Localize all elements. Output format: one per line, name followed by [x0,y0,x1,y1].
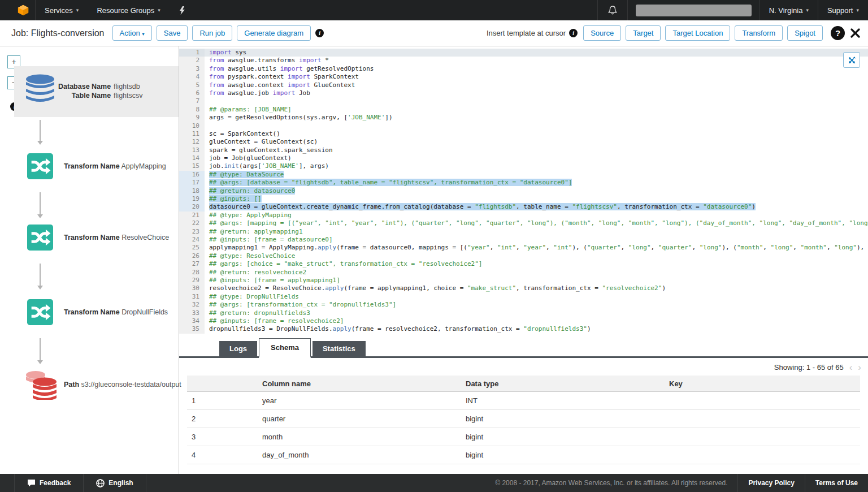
code-line[interactable]: 8## @params: [JOB_NAME] [179,106,868,114]
code-line[interactable]: 21## @type: ApplyMapping [179,212,868,219]
privacy-policy-link[interactable]: Privacy Policy [737,474,804,492]
tab-bar: Logs Schema Statistics [179,338,868,358]
nav-services[interactable]: Services▾ [36,0,88,20]
code-line[interactable]: 33## @return: dropnullfields3 [179,309,868,317]
tab-logs[interactable]: Logs [219,341,257,356]
page-next-icon[interactable]: › [858,362,861,372]
flow-arrow [40,120,41,144]
code-line[interactable]: 29## @inputs: [frame = applymapping1] [179,277,868,284]
code-line[interactable]: 17## @args: [database = "flightsdb", tab… [179,179,868,187]
code-line[interactable]: 32## @args: [transformation_ctx = "dropn… [179,301,868,309]
code-line[interactable]: 15job.init(args['JOB_NAME'], args) [179,162,868,170]
notifications-bell-icon[interactable] [597,0,628,20]
footer: Feedback English © 2008 - 2017, Amazon W… [0,474,868,492]
code-line[interactable]: 6from awsglue.job import Job [179,89,868,97]
job-header: Job: Flights-conversion Action ▾ Save Ru… [0,20,868,46]
table-row[interactable]: 1yearINT [187,392,860,410]
target-node-label: Path s3://glueconsole-testdata/output [64,381,181,389]
insert-source-button[interactable]: Source [583,25,621,41]
nav-resource-groups[interactable]: Resource Groups▾ [88,0,169,20]
code-line[interactable]: 20datasource0 = glueContext.create_dynam… [179,203,868,211]
code-line[interactable]: 9args = getResolvedOptions(sys.argv, ['J… [179,114,868,122]
pin-shortcut-icon[interactable] [170,0,195,20]
transform-shuffle-icon[interactable] [27,299,53,327]
database-icon [25,74,55,109]
code-line[interactable]: 7 [179,97,868,105]
table-row[interactable]: 4day_of_monthbigint [187,446,860,464]
code-line[interactable]: 14job = Job(glueContext) [179,154,868,162]
copyright-text: © 2008 - 2017, Amazon Web Services, Inc.… [485,479,737,487]
s3-bucket-icon[interactable] [25,370,57,402]
code-lines: 1import sys2from awsglue.transforms impo… [179,49,868,334]
flow-arrow [40,338,41,363]
flow-arrow [40,192,41,217]
table-row[interactable]: 3monthbigint [187,428,860,446]
insert-target-button[interactable]: Target [626,25,661,41]
insert-template-label: Insert template at cursor [487,29,566,37]
code-line[interactable]: 3from awsglue.utils import getResolvedOp… [179,65,868,73]
job-diagram-panel: + − i Database Name flightsdb Table Name… [0,46,179,474]
run-job-button[interactable]: Run job [192,25,232,41]
table-row[interactable]: 2quarterbigint [187,410,860,428]
code-line[interactable]: 16## @type: DataSource [179,171,868,179]
code-line[interactable]: 11sc = SparkContext() [179,130,868,138]
tab-statistics[interactable]: Statistics [313,341,366,356]
nav-support[interactable]: Support▾ [818,0,868,20]
generate-diagram-button[interactable]: Generate diagram [237,25,311,41]
code-line[interactable]: 22## @args: [mapping = [("year", "int", … [179,219,868,227]
transform-shuffle-icon[interactable] [27,153,53,182]
language-button[interactable]: English [84,474,146,492]
code-line[interactable]: 4from pyspark.context import SparkContex… [179,73,868,81]
code-line[interactable]: 19## @inputs: [] [179,195,868,203]
tab-schema[interactable]: Schema [259,338,311,358]
code-line[interactable]: 31## @type: DropNullFields [179,293,868,301]
code-line[interactable]: 27## @args: [choice = "make_struct", tra… [179,260,868,268]
script-editor[interactable]: 1import sys2from awsglue.transforms impo… [179,46,868,336]
code-line[interactable]: 24## @inputs: [frame = datasource0] [179,236,868,244]
insert-transform-button[interactable]: Transform [735,25,783,41]
aws-logo-icon[interactable] [17,4,29,16]
code-line[interactable]: 2from awsglue.transforms import * [179,57,868,64]
transform-shuffle-icon[interactable] [27,225,53,253]
save-button[interactable]: Save [157,25,188,41]
page-prev-icon[interactable]: ‹ [849,362,853,372]
col-header-data-type: Data type [461,379,665,388]
help-icon[interactable]: ? [831,26,845,40]
close-icon[interactable] [850,28,860,38]
code-line[interactable]: 25applymapping1 = ApplyMapping.apply(fra… [179,244,868,252]
feedback-button[interactable]: Feedback [14,474,84,492]
code-line[interactable]: 23## @return: applymapping1 [179,228,868,236]
col-header-column-name: Column name [258,379,461,388]
transform-node-label: Transform Name ResolveChoice [64,234,169,241]
bottom-panel: Logs Schema Statistics Showing: 1 - 65 o… [179,336,868,474]
col-header-key: Key [665,379,860,388]
schema-table: Column name Data type Key 1yearINT2quart… [187,376,860,464]
expand-editor-icon[interactable] [843,52,860,68]
code-line[interactable]: 28## @return: resolvechoice2 [179,269,868,277]
code-line[interactable]: 5from awsglue.context import GlueContext [179,81,868,89]
account-name-redacted[interactable] [636,5,752,16]
info-icon[interactable]: i [569,29,578,37]
code-line[interactable]: 1import sys [179,49,868,57]
insert-spigot-button[interactable]: Spigot [787,25,823,41]
code-line[interactable]: 18## @return: datasource0 [179,187,868,195]
code-line[interactable]: 10 [179,122,868,130]
code-line[interactable]: 30resolvechoice2 = ResolveChoice.apply(f… [179,284,868,292]
code-line[interactable]: 35dropnullfields3 = DropNullFields.apply… [179,325,868,333]
chevron-down-icon: ▾ [806,7,809,13]
chevron-down-icon: ▾ [142,31,145,37]
insert-target-location-button[interactable]: Target Location [665,25,730,41]
code-line[interactable]: 12glueContext = GlueContext(sc) [179,138,868,146]
flow-arrow [40,264,41,288]
globe-icon [96,479,105,487]
action-button[interactable]: Action ▾ [112,25,152,41]
chevron-down-icon: ▾ [158,7,160,13]
code-line[interactable]: 34## @inputs: [frame = resolvechoice2] [179,317,868,325]
aws-top-nav: Services▾ Resource Groups▾ N. Virginia▾ … [0,0,868,20]
info-icon[interactable]: i [315,29,324,37]
code-line[interactable]: 26## @type: ResolveChoice [179,252,868,260]
code-line[interactable]: 13spark = glueContext.spark_session [179,146,868,154]
nav-region[interactable]: N. Virginia▾ [760,0,818,20]
terms-of-use-link[interactable]: Terms of Use [805,474,868,492]
schema-table-header: Column name Data type Key [187,376,860,392]
